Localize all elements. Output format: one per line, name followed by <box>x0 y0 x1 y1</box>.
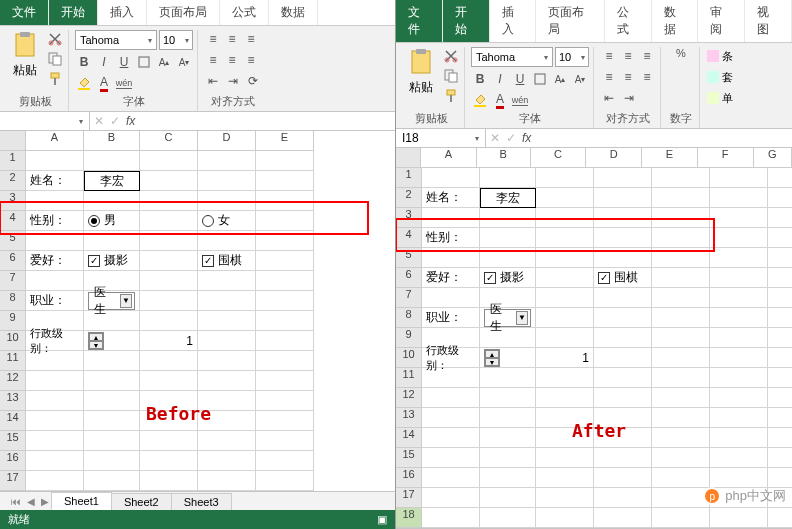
fx-icon[interactable]: fx <box>522 131 531 145</box>
row-header[interactable]: 7 <box>0 271 26 291</box>
cell[interactable] <box>480 468 536 488</box>
col-header[interactable]: B <box>84 131 140 151</box>
cell[interactable] <box>198 151 256 171</box>
sheet-nav-next[interactable]: ▶ <box>38 496 52 507</box>
row-header[interactable]: 10 <box>396 348 422 368</box>
cell[interactable] <box>768 348 792 368</box>
cell[interactable] <box>480 388 536 408</box>
cell[interactable] <box>140 431 198 451</box>
cell[interactable] <box>256 151 314 171</box>
row-header[interactable]: 17 <box>0 471 26 491</box>
checkbox-hobby1[interactable]: ✓摄影 <box>84 251 140 271</box>
cell[interactable] <box>140 311 198 331</box>
cell[interactable] <box>710 408 768 428</box>
grow-font-button[interactable]: A▴ <box>155 53 173 71</box>
cell[interactable] <box>140 151 198 171</box>
spin-up-icon[interactable]: ▲ <box>485 350 499 358</box>
cell[interactable] <box>422 448 480 468</box>
cell[interactable] <box>652 368 710 388</box>
cell[interactable] <box>256 271 314 291</box>
cell[interactable] <box>652 348 710 368</box>
cell-rank-value[interactable]: 1 <box>140 331 198 351</box>
cell[interactable] <box>710 288 768 308</box>
tab-insert[interactable]: 插入 <box>490 0 537 42</box>
cell[interactable] <box>536 168 594 188</box>
cell[interactable] <box>422 368 480 388</box>
cell[interactable] <box>84 231 140 251</box>
cell[interactable] <box>768 328 792 348</box>
sheet-tab-1[interactable]: Sheet1 <box>51 492 112 510</box>
cell[interactable] <box>710 468 768 488</box>
cell[interactable] <box>768 368 792 388</box>
row-header[interactable]: 13 <box>396 408 422 428</box>
cell[interactable] <box>594 168 652 188</box>
cell[interactable] <box>536 308 594 328</box>
row-header[interactable]: 17 <box>396 488 422 508</box>
col-header[interactable]: G <box>754 148 792 168</box>
align-left[interactable]: ≡ <box>204 51 222 69</box>
cell-rank-label[interactable]: 行政级别： <box>26 331 84 351</box>
cell[interactable] <box>710 368 768 388</box>
cell-rank-value[interactable]: 1 <box>536 348 594 368</box>
cell[interactable] <box>26 371 84 391</box>
cell[interactable] <box>710 188 768 208</box>
name-box[interactable]: I18▾ <box>396 129 486 147</box>
increase-indent[interactable]: ⇥ <box>620 89 638 107</box>
radio-female[interactable]: 女 <box>198 211 256 231</box>
row-header[interactable]: 11 <box>396 368 422 388</box>
cell-name-label[interactable]: 姓名： <box>26 171 84 191</box>
phonetic-button[interactable]: wén <box>511 91 529 109</box>
row-header[interactable]: 1 <box>0 151 26 171</box>
checkbox-hobby1[interactable]: ✓摄影 <box>480 268 536 288</box>
align-right[interactable]: ≡ <box>638 68 656 86</box>
radio-male[interactable]: 男 <box>84 211 140 231</box>
row-header[interactable]: 9 <box>0 311 26 331</box>
cell[interactable] <box>84 411 140 431</box>
cell[interactable] <box>256 171 314 191</box>
cell[interactable] <box>594 228 652 248</box>
cell[interactable] <box>256 211 314 231</box>
cell[interactable] <box>536 468 594 488</box>
formula-input[interactable] <box>139 112 395 130</box>
cell[interactable] <box>652 268 710 288</box>
cell[interactable] <box>652 288 710 308</box>
align-top[interactable]: ≡ <box>204 30 222 48</box>
cell[interactable] <box>198 451 256 471</box>
underline-button[interactable]: U <box>511 70 529 88</box>
paste-button[interactable]: 粘贴 <box>7 30 43 81</box>
cell[interactable] <box>84 371 140 391</box>
tab-layout[interactable]: 页面布局 <box>536 0 605 42</box>
cell[interactable] <box>256 371 314 391</box>
cell[interactable] <box>256 391 314 411</box>
cell[interactable] <box>26 351 84 371</box>
sheet-tab-2[interactable]: Sheet2 <box>111 493 172 510</box>
select-all-corner[interactable] <box>0 131 26 151</box>
fill-color-button[interactable] <box>75 74 93 92</box>
row-header[interactable]: 5 <box>396 248 422 268</box>
cell[interactable] <box>256 251 314 271</box>
cell[interactable] <box>710 268 768 288</box>
cell[interactable] <box>422 248 480 268</box>
table-format-icon[interactable] <box>706 68 720 86</box>
cell[interactable] <box>652 468 710 488</box>
row-header[interactable]: 9 <box>396 328 422 348</box>
font-color-button[interactable]: A <box>95 74 113 92</box>
cell[interactable] <box>198 371 256 391</box>
cell[interactable] <box>652 388 710 408</box>
align-bottom[interactable]: ≡ <box>242 30 260 48</box>
cell[interactable] <box>710 328 768 348</box>
spin-down-icon[interactable]: ▼ <box>485 358 499 366</box>
row-header[interactable]: 2 <box>396 188 422 208</box>
row-header[interactable]: 12 <box>0 371 26 391</box>
cell[interactable] <box>536 268 594 288</box>
confirm-icon[interactable]: ✓ <box>110 114 120 128</box>
cell[interactable] <box>594 348 652 368</box>
cell[interactable] <box>652 188 710 208</box>
cell[interactable] <box>422 468 480 488</box>
cell[interactable] <box>422 168 480 188</box>
spin-up-icon[interactable]: ▲ <box>89 333 103 341</box>
cell-name-value[interactable]: 李宏 <box>480 188 536 208</box>
spinner-rank[interactable]: ▲▼ <box>84 331 140 351</box>
cell[interactable] <box>652 168 710 188</box>
cell[interactable] <box>536 488 594 508</box>
